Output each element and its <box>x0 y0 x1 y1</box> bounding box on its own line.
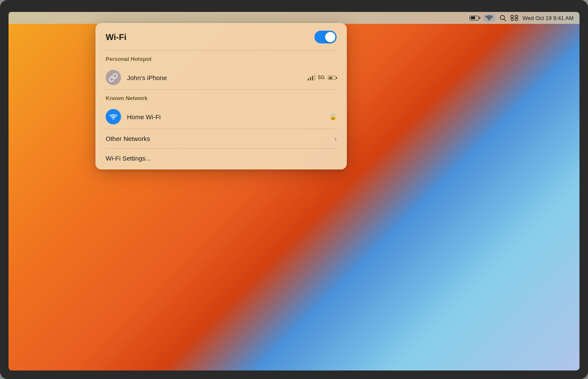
personal-hotspot-label: Personal Hotspot <box>95 51 347 66</box>
svg-point-6 <box>113 119 114 120</box>
hotspot-name: John's iPhone <box>127 74 302 81</box>
bezel: Wed Oct 19 9:41 AM Wi-Fi Personal Hotspo… <box>0 0 588 379</box>
battery-icon <box>470 16 479 20</box>
other-networks-row[interactable]: Other Networks › <box>95 129 347 148</box>
wifi-icon <box>109 112 118 121</box>
wifi-popup: Wi-Fi Personal Hotspot John's iPhone <box>95 23 347 169</box>
search-menubar-button[interactable] <box>499 14 506 21</box>
control-center-button[interactable] <box>510 15 518 21</box>
signal-bar-3 <box>312 76 313 80</box>
menubar: Wed Oct 19 9:41 AM <box>9 12 579 24</box>
chevron-right-icon: › <box>334 135 337 142</box>
link-icon <box>109 73 118 82</box>
hotspot-row-iphone[interactable]: John's iPhone 5G <box>95 66 347 89</box>
hotspot-meta: 5G <box>308 75 337 80</box>
control-center-icon <box>510 15 518 21</box>
menubar-right: Wed Oct 19 9:41 AM <box>470 14 574 22</box>
menubar-datetime[interactable]: Wed Oct 19 9:41 AM <box>522 15 574 21</box>
svg-rect-4 <box>511 18 513 20</box>
screen: Wed Oct 19 9:41 AM Wi-Fi Personal Hotspo… <box>9 12 579 370</box>
signal-bar-2 <box>310 77 311 80</box>
svg-rect-2 <box>511 15 513 17</box>
home-wifi-icon-wrap <box>106 109 121 124</box>
svg-rect-5 <box>515 18 518 20</box>
other-networks-label: Other Networks <box>106 135 150 142</box>
iphone-battery-fill <box>329 76 332 78</box>
lock-icon: 🔒 <box>329 113 337 120</box>
wifi-menubar-svg <box>485 15 493 21</box>
known-network-label: Known Network <box>95 90 347 105</box>
wifi-settings-row[interactable]: Wi-Fi Settings... <box>95 149 347 169</box>
hotspot-icon-wrap <box>106 70 121 85</box>
popup-title: Wi-Fi <box>106 32 127 42</box>
wifi-menubar-button[interactable] <box>483 14 495 22</box>
signal-bars <box>308 75 315 80</box>
svg-line-1 <box>504 19 506 21</box>
home-wifi-meta: 🔒 <box>329 113 337 120</box>
signal-bar-1 <box>308 78 309 80</box>
wifi-toggle[interactable] <box>314 31 337 43</box>
battery-body <box>470 16 479 20</box>
search-icon <box>499 14 506 21</box>
battery-fill <box>471 17 475 19</box>
iphone-battery-body <box>328 75 336 79</box>
known-network-row-home[interactable]: Home Wi-Fi 🔒 <box>95 105 347 129</box>
popup-header: Wi-Fi <box>95 23 347 50</box>
toggle-knob <box>325 32 335 42</box>
wifi-settings-label: Wi-Fi Settings... <box>106 155 151 162</box>
iphone-battery <box>328 75 336 79</box>
svg-rect-3 <box>515 15 518 17</box>
5g-badge: 5G <box>318 75 325 80</box>
home-wifi-name: Home Wi-Fi <box>127 113 323 121</box>
signal-bar-4 <box>314 75 315 80</box>
